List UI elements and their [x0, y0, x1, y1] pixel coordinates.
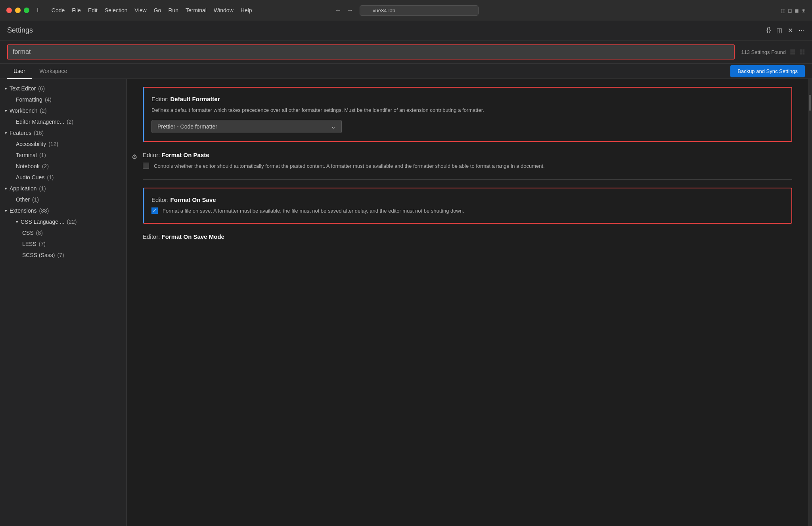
- nav-back-button[interactable]: ←: [333, 6, 343, 15]
- tab-workspace[interactable]: Workspace: [33, 64, 74, 79]
- open-settings-json-icon[interactable]: {}: [766, 27, 771, 34]
- settings-search-input[interactable]: format: [7, 44, 735, 60]
- scroll-thumb[interactable]: [809, 95, 811, 111]
- sidebar-item-terminal[interactable]: Terminal (1): [0, 150, 126, 161]
- menu-item-edit[interactable]: Edit: [88, 7, 98, 13]
- sidebar-count-less: (7): [39, 241, 46, 247]
- settings-search-area: format 113 Settings Found ☰ ☷: [0, 40, 812, 64]
- sidebar-count-css: (8): [36, 230, 43, 236]
- sidebar-count-terminal: (1): [39, 152, 46, 158]
- sidebar-item-css[interactable]: CSS (8): [0, 227, 126, 238]
- default-formatter-title-bold: Default Formatter: [170, 96, 220, 102]
- sidebar-label-application: Application: [10, 185, 37, 192]
- chevron-down-icon-workbench: ▾: [5, 108, 7, 113]
- menu-item-view[interactable]: View: [135, 7, 147, 13]
- settings-search-input-wrap: format: [7, 44, 735, 60]
- sidebar-label-css: CSS: [22, 230, 34, 236]
- sidebar-count-formatting: (4): [45, 96, 52, 103]
- format-on-save-checkbox[interactable]: [151, 207, 158, 214]
- settings-main: Editor: Default Formatter Defines a defa…: [127, 79, 808, 526]
- sidebar-item-editor-management[interactable]: Editor Manageme... (2): [0, 116, 126, 127]
- menu-item-terminal[interactable]: Terminal: [186, 7, 207, 13]
- sidebar-item-workbench[interactable]: ▾ Workbench (2): [0, 105, 126, 116]
- maximize-button[interactable]: [24, 8, 29, 13]
- setting-item-default-formatter: Editor: Default Formatter Defines a defa…: [143, 87, 792, 142]
- chevron-down-icon-extensions: ▾: [5, 208, 7, 213]
- more-actions-icon[interactable]: ⋯: [799, 27, 805, 34]
- menu-bar:  Code File Edit Selection View Go Run T…: [37, 7, 252, 14]
- nav-forward-button[interactable]: →: [345, 6, 355, 15]
- sidebar-label-workbench: Workbench: [10, 108, 38, 114]
- tab-user[interactable]: User: [7, 64, 32, 79]
- chevron-down-icon-features: ▾: [5, 131, 7, 136]
- default-formatter-dropdown[interactable]: Prettier - Code formatter ⌄: [151, 120, 342, 133]
- chevron-down-icon-application: ▾: [5, 186, 7, 191]
- apple-icon[interactable]: : [37, 7, 40, 14]
- menu-item-run[interactable]: Run: [168, 7, 178, 13]
- setting-item-format-on-save: Editor: Format On Save Format a file on …: [143, 188, 792, 224]
- sidebar-item-notebook[interactable]: Notebook (2): [0, 161, 126, 172]
- sidebar-item-features[interactable]: ▾ Features (16): [0, 127, 126, 138]
- sidebar-item-css-language[interactable]: ▾ CSS Language ... (22): [0, 216, 126, 227]
- sidebar-label-text-editor: Text Editor: [10, 85, 36, 92]
- customize-layout-icon[interactable]: ⊞: [801, 8, 806, 13]
- filter-icon[interactable]: ☷: [799, 48, 805, 56]
- format-on-save-mode-title: Editor: Format On Save Mode: [143, 233, 792, 240]
- format-on-save-mode-title-bold: Format On Save Mode: [162, 233, 224, 240]
- format-on-paste-title-bold: Format On Paste: [162, 152, 209, 158]
- sidebar-item-other[interactable]: Other (1): [0, 194, 126, 205]
- menu-item-code[interactable]: Code: [52, 7, 65, 13]
- format-on-paste-label: Controls whether the editor should autom…: [154, 162, 545, 170]
- chevron-down-icon: ▾: [5, 86, 7, 91]
- split-editor-icon[interactable]: ◫: [781, 8, 785, 13]
- close-settings-icon[interactable]: ✕: [788, 27, 793, 34]
- sidebar-label-editor-management: Editor Manageme...: [16, 119, 64, 125]
- sidebar-count-notebook: (2): [42, 163, 49, 169]
- close-button[interactable]: [6, 8, 12, 13]
- format-on-paste-title: Editor: Format On Paste: [143, 152, 792, 158]
- sidebar-count-text-editor: (6): [38, 85, 45, 92]
- backup-sync-button[interactable]: Backup and Sync Settings: [730, 65, 805, 77]
- search-bar-wrap: 🔍: [360, 5, 479, 16]
- sidebar-count-audio-cues: (1): [47, 174, 54, 180]
- scrollbar[interactable]: [808, 79, 812, 526]
- clear-search-icon[interactable]: ☰: [790, 48, 795, 56]
- sidebar-item-application[interactable]: ▾ Application (1): [0, 183, 126, 194]
- sidebar-item-audio-cues[interactable]: Audio Cues (1): [0, 172, 126, 183]
- format-on-save-title-bold: Format On Save: [170, 196, 216, 203]
- default-formatter-title: Editor: Default Formatter: [151, 96, 784, 102]
- toggle-panel-icon[interactable]: ◻: [788, 8, 792, 13]
- titlebar-right-icons: ◫ ◻ ◼ ⊞: [781, 8, 806, 13]
- nav-arrows: ← →: [333, 6, 355, 15]
- default-formatter-desc: Defines a default formatter which takes …: [151, 106, 784, 114]
- sidebar-item-accessibility[interactable]: Accessibility (12): [0, 138, 126, 150]
- titlebar:  Code File Edit Selection View Go Run T…: [0, 0, 812, 21]
- sidebar-item-less[interactable]: LESS (7): [0, 238, 126, 250]
- default-formatter-container: Editor: Default Formatter Defines a defa…: [143, 87, 792, 142]
- format-on-save-label: Format a file on save. A formatter must …: [163, 207, 464, 215]
- split-settings-icon[interactable]: ◫: [776, 27, 782, 34]
- minimize-button[interactable]: [15, 8, 21, 13]
- settings-title: Settings: [7, 26, 33, 35]
- settings-found: 113 Settings Found ☰ ☷: [741, 48, 805, 56]
- menu-item-file[interactable]: File: [72, 7, 81, 13]
- tab-group: User Workspace: [7, 64, 73, 79]
- menu-item-go[interactable]: Go: [154, 7, 161, 13]
- sidebar-item-extensions[interactable]: ▾ Extensions (88): [0, 205, 126, 216]
- sidebar-label-css-language: CSS Language ...: [21, 219, 65, 225]
- sidebar-item-formatting[interactable]: Formatting (4): [0, 94, 126, 105]
- sidebar-label-accessibility: Accessibility: [16, 141, 46, 147]
- format-on-paste-checkbox[interactable]: [143, 163, 149, 169]
- titlebar-search-input[interactable]: [360, 5, 479, 16]
- sidebar-item-scss[interactable]: SCSS (Sass) (7): [0, 250, 126, 261]
- menu-item-window[interactable]: Window: [214, 7, 234, 13]
- sidebar-count-scss: (7): [57, 252, 64, 258]
- sidebar-label-terminal: Terminal: [16, 152, 37, 158]
- sidebar-label-extensions: Extensions: [10, 207, 36, 214]
- menu-item-selection[interactable]: Selection: [105, 7, 128, 13]
- gear-icon[interactable]: ⚙: [132, 153, 137, 161]
- sidebar-label-scss: SCSS (Sass): [22, 252, 55, 258]
- sidebar-item-text-editor[interactable]: ▾ Text Editor (6): [0, 83, 126, 94]
- menu-item-help[interactable]: Help: [241, 7, 252, 13]
- toggle-sidebar-icon[interactable]: ◼: [795, 8, 799, 13]
